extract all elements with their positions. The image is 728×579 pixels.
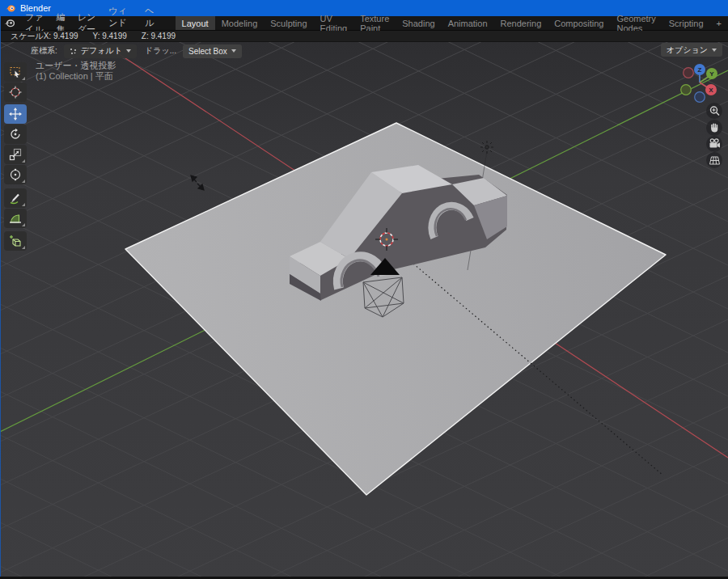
tab-modeling[interactable]: Modeling	[215, 16, 265, 30]
viewport-canvas[interactable]	[0, 42, 728, 579]
tab-scripting[interactable]: Scripting	[662, 16, 710, 30]
cursor-3d-icon	[9, 86, 22, 99]
hand-icon	[709, 122, 720, 133]
blender-menu-icon[interactable]	[4, 19, 15, 27]
camera-icon	[709, 138, 721, 150]
tab-layout[interactable]: Layout	[176, 16, 215, 30]
transform-tool-button[interactable]	[4, 165, 27, 184]
measure-tool-button[interactable]	[4, 209, 27, 228]
operator-redo-bar: スケールX: 9.4199 Y: 9.4199 Z: 9.4199	[0, 31, 728, 42]
orientation-label: 座標系:	[31, 45, 57, 57]
tool-settings-header: 座標系: デフォルト ドラッ... Select Box オプション	[0, 43, 728, 59]
select-mode-value: Select Box	[188, 47, 227, 56]
scale-icon	[9, 148, 22, 161]
orientation-value: デフォルト	[81, 45, 122, 57]
gizmo-x-label: X	[709, 87, 713, 94]
tab-geometry-nodes[interactable]: Geometry Nodes	[610, 16, 662, 30]
orientation-dropdown[interactable]: デフォルト	[64, 44, 137, 58]
blender-logo-icon	[6, 3, 15, 13]
blender-window: Blender ファイル 編集 レンダー ウィンドウ ヘルプ Layout Mo…	[0, 0, 728, 579]
scale-tool-button[interactable]	[4, 145, 27, 164]
pan-button[interactable]	[706, 120, 722, 136]
zoom-button[interactable]	[706, 103, 722, 119]
collection-label: (1) Collection | 平面	[36, 70, 113, 82]
gizmo-neg-z-ball[interactable]	[695, 92, 705, 103]
annotate-tool-button[interactable]	[4, 188, 27, 208]
measure-icon	[9, 212, 22, 225]
tab-sculpting[interactable]: Sculpting	[264, 16, 313, 30]
tab-rendering[interactable]: Rendering	[494, 16, 548, 30]
topbar: ファイル 編集 レンダー ウィンドウ ヘルプ Layout Modeling S…	[0, 16, 728, 31]
light-object[interactable]	[480, 141, 493, 154]
move-tool-button[interactable]	[4, 104, 27, 124]
cursor-tool-button[interactable]	[4, 82, 27, 102]
scale-x-value: スケールX: 9.4199	[11, 31, 78, 42]
scale-z-value: Z: 9.4199	[142, 32, 176, 40]
add-workspace-button[interactable]: +	[710, 16, 728, 30]
rotate-tool-button[interactable]	[4, 125, 27, 144]
window-left-border	[0, 16, 1, 579]
add-cube-icon	[9, 235, 22, 247]
camera-view-button[interactable]	[706, 136, 722, 152]
chevron-down-icon	[126, 49, 131, 53]
transform-icon	[9, 168, 22, 181]
tab-shading[interactable]: Shading	[396, 16, 441, 30]
workspace-tabs: Layout Modeling Sculpting UV Editing Tex…	[176, 16, 728, 30]
options-label: オプション	[667, 44, 708, 56]
annotate-pen-icon	[9, 192, 22, 205]
add-cube-tool-button[interactable]	[4, 231, 27, 251]
gizmo-neg-y-ball[interactable]	[681, 85, 692, 95]
move-icon	[9, 108, 22, 120]
chevron-down-icon	[231, 49, 236, 53]
rotate-icon	[9, 128, 22, 141]
grid-icon	[709, 155, 721, 166]
scale-y-value: Y: 9.4199	[93, 32, 127, 40]
select-mode-dropdown[interactable]: Select Box	[183, 44, 242, 58]
options-dropdown[interactable]: オプション	[661, 43, 722, 57]
gizmo-z-label: Z	[698, 66, 702, 74]
select-box-tool-button[interactable]	[4, 62, 27, 82]
magnifier-icon	[709, 105, 721, 117]
gizmo-y-label: Y	[709, 70, 714, 78]
orientation-icon	[70, 48, 77, 55]
chevron-down-icon	[712, 49, 717, 52]
tab-texture-paint[interactable]: Texture Paint	[353, 16, 396, 30]
tab-uv-editing[interactable]: UV Editing	[314, 16, 354, 30]
ortho-toggle-button[interactable]	[706, 152, 722, 168]
gizmo-neg-x-ball[interactable]	[684, 68, 694, 78]
box-select-icon	[9, 66, 22, 78]
navigation-gizmo[interactable]: Z Y X	[676, 60, 723, 105]
drag-label: ドラッ...	[145, 45, 176, 57]
tab-compositing[interactable]: Compositing	[548, 16, 610, 30]
tab-animation[interactable]: Animation	[442, 16, 494, 30]
